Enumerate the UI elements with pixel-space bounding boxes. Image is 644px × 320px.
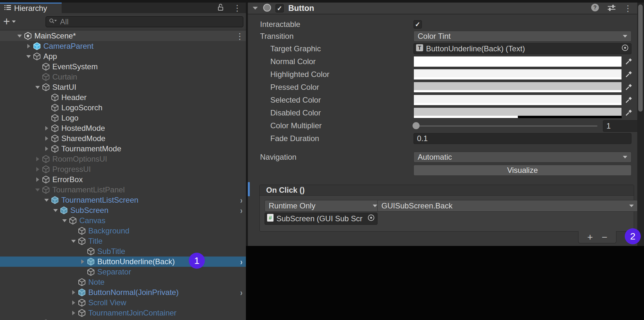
foldout-expanded-icon[interactable] bbox=[33, 188, 42, 192]
inspector-scrollbar-thumb[interactable] bbox=[638, 4, 643, 112]
interactable-checkbox[interactable]: ✓ bbox=[413, 20, 422, 29]
hierarchy-item-tournamentlistscreen[interactable]: TournamentListScreen› bbox=[0, 195, 246, 205]
hierarchy-item-hostedmode[interactable]: HostedMode bbox=[0, 123, 246, 133]
fade-duration-field[interactable]: 0.1 bbox=[413, 133, 631, 144]
hierarchy-tree: MainScene*⋮ CameraParent App EventSystem… bbox=[0, 31, 246, 320]
hierarchy-item-tournamentlistpanel[interactable]: TournamentListPanel bbox=[0, 185, 246, 195]
visualize-button[interactable]: Visualize bbox=[413, 165, 631, 176]
foldout-expanded-icon[interactable] bbox=[33, 86, 42, 89]
color-swatch[interactable] bbox=[413, 69, 622, 80]
hierarchy-item-title[interactable]: Title bbox=[0, 236, 246, 246]
unlock-icon[interactable] bbox=[216, 3, 225, 13]
hierarchy-item-canvas[interactable]: Canvas bbox=[0, 215, 246, 226]
remove-event-button[interactable]: − bbox=[602, 232, 607, 242]
color-multiplier-slider-track[interactable] bbox=[416, 125, 597, 127]
hierarchy-item-tournamentmode[interactable]: TournamentMode bbox=[0, 144, 246, 154]
hierarchy-item-buttonunderline-back-[interactable]: ButtonUnderline(Back)› bbox=[0, 257, 246, 267]
hierarchy-item-buttonnormal-joinprivate-[interactable]: ButtonNormal(JoinPrivate)› bbox=[0, 287, 246, 298]
foldout-expanded-icon[interactable] bbox=[15, 34, 24, 38]
foldout-collapsed-icon[interactable] bbox=[69, 310, 78, 316]
foldout-expanded-icon[interactable] bbox=[60, 219, 69, 223]
prefab-open-chevron-icon[interactable]: › bbox=[240, 257, 242, 267]
hierarchy-menu-icon[interactable]: ⋮ bbox=[233, 5, 241, 11]
foldout-expanded-icon[interactable] bbox=[42, 198, 51, 202]
color-multiplier-value-field[interactable]: 1 bbox=[603, 120, 637, 132]
create-object-button[interactable]: + bbox=[3, 15, 22, 28]
hierarchy-item-eventsystem[interactable]: EventSystem bbox=[0, 62, 246, 72]
hierarchy-tab-icon bbox=[4, 4, 12, 13]
eyedropper-icon[interactable] bbox=[624, 70, 633, 80]
tab-hierarchy[interactable]: Hierarchy bbox=[0, 3, 62, 13]
hierarchy-search-input[interactable]: All bbox=[46, 16, 243, 27]
hierarchy-item-startui[interactable]: StartUI bbox=[0, 82, 246, 92]
event-mode-dropdown[interactable]: Runtime Only bbox=[265, 200, 381, 212]
transition-dropdown[interactable]: Color Tint bbox=[413, 31, 631, 42]
foldout-collapsed-icon[interactable] bbox=[24, 44, 33, 49]
foldout-collapsed-icon[interactable] bbox=[33, 177, 42, 182]
hierarchy-item-roomoptionsui[interactable]: RoomOptionsUI bbox=[0, 154, 246, 164]
prefab-open-chevron-icon[interactable]: › bbox=[240, 206, 242, 216]
hierarchy-item-subtitle[interactable]: SubTitle bbox=[0, 246, 246, 257]
component-menu-icon[interactable]: ⋮ bbox=[624, 5, 632, 12]
eyedropper-icon[interactable] bbox=[624, 57, 633, 67]
hierarchy-item-app[interactable]: App bbox=[0, 51, 246, 62]
hierarchy-item-separator[interactable]: Separator bbox=[0, 267, 246, 277]
hierarchy-item-logo[interactable]: Logo bbox=[0, 113, 246, 123]
hierarchy-item-sharedmode[interactable]: SharedMode bbox=[0, 133, 246, 144]
add-event-button[interactable]: + bbox=[587, 232, 593, 242]
object-picker-icon[interactable] bbox=[621, 44, 629, 54]
foldout-expanded-icon[interactable] bbox=[24, 55, 33, 58]
prefab-open-chevron-icon[interactable]: › bbox=[240, 195, 242, 206]
eyedropper-icon[interactable] bbox=[624, 109, 633, 118]
target-graphic-object-field[interactable]: T ButtonUnderline(Back) (Text) bbox=[413, 43, 631, 54]
scene-menu-icon[interactable]: ⋮ bbox=[236, 31, 244, 41]
alpha-bar bbox=[414, 116, 622, 118]
hierarchy-item-note[interactable]: Note bbox=[0, 277, 246, 287]
foldout-collapsed-icon[interactable] bbox=[42, 126, 51, 131]
hierarchy-item-subscreen[interactable]: SubScreen› bbox=[0, 205, 246, 215]
hierarchy-item-curtain[interactable]: Curtain bbox=[0, 72, 246, 82]
foldout-collapsed-icon[interactable] bbox=[42, 136, 51, 141]
hierarchy-item-header[interactable]: Header bbox=[0, 92, 246, 103]
color-swatch[interactable] bbox=[413, 95, 622, 105]
eyedropper-icon[interactable] bbox=[624, 83, 633, 93]
object-picker-icon[interactable] bbox=[367, 214, 375, 224]
foldout-collapsed-icon[interactable] bbox=[78, 259, 87, 264]
color-multiplier-slider-handle[interactable] bbox=[413, 122, 420, 129]
prefab-open-chevron-icon[interactable]: › bbox=[240, 288, 242, 298]
foldout-expanded-icon[interactable] bbox=[51, 209, 60, 212]
foldout-collapsed-icon[interactable] bbox=[42, 146, 51, 151]
help-icon[interactable]: ? bbox=[591, 3, 599, 13]
color-swatch[interactable] bbox=[413, 56, 622, 67]
alpha-bar bbox=[414, 103, 622, 105]
eyedropper-icon[interactable] bbox=[624, 96, 633, 105]
color-multiplier-value: 1 bbox=[606, 122, 611, 131]
hierarchy-item-errorbox[interactable]: ErrorBox bbox=[0, 174, 246, 185]
hierarchy-item-tournamenthubpanel[interactable]: TournamentHubPanel bbox=[0, 318, 246, 320]
event-target-object-field[interactable]: # SubScreen (GUI Sub Scr bbox=[265, 213, 378, 225]
hierarchy-item-cameraparent[interactable]: CameraParent bbox=[0, 41, 246, 51]
hierarchy-item-background[interactable]: Background bbox=[0, 226, 246, 236]
hierarchy-item-mainscene-[interactable]: MainScene*⋮ bbox=[0, 31, 246, 41]
presets-icon[interactable] bbox=[607, 4, 616, 13]
gameobject-cube-icon bbox=[87, 268, 95, 276]
hierarchy-item-logoscorch[interactable]: LogoScorch bbox=[0, 103, 246, 113]
event-function-dropdown[interactable]: GUISubScreen.Back bbox=[377, 200, 637, 212]
gameobject-cube-icon bbox=[42, 165, 50, 173]
foldout-collapsed-icon[interactable] bbox=[33, 167, 42, 172]
foldout-collapsed-icon[interactable] bbox=[33, 156, 42, 162]
foldout-expanded-icon[interactable] bbox=[69, 240, 78, 243]
foldout-collapsed-icon[interactable] bbox=[69, 290, 78, 295]
color-swatch[interactable] bbox=[413, 107, 622, 118]
foldout-collapsed-icon[interactable] bbox=[69, 300, 78, 305]
target-graphic-value: ButtonUnderline(Back) (Text) bbox=[426, 44, 525, 53]
foldout-expanded-icon[interactable] bbox=[252, 5, 258, 11]
navigation-dropdown[interactable]: Automatic bbox=[413, 152, 631, 163]
hierarchy-tab-bar: Hierarchy ⋮ bbox=[0, 3, 246, 13]
hierarchy-item-scroll-view[interactable]: Scroll View bbox=[0, 298, 246, 308]
hierarchy-item-tournamentjoincontainer[interactable]: TournamentJoinContainer bbox=[0, 308, 246, 318]
button-component-header[interactable]: ✓ Button ? ⋮ bbox=[248, 3, 637, 14]
color-swatch[interactable] bbox=[413, 82, 622, 93]
hierarchy-item-progressui[interactable]: ProgressUI bbox=[0, 164, 246, 174]
component-enabled-checkbox[interactable]: ✓ bbox=[275, 4, 284, 13]
